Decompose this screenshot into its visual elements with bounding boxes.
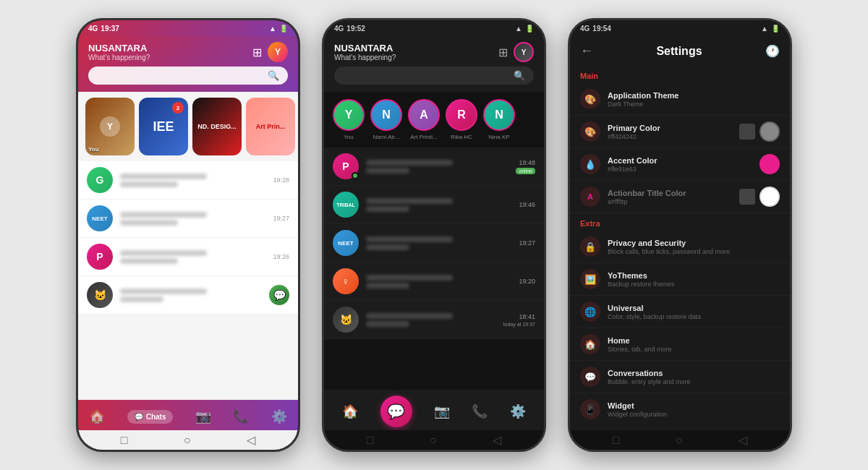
accent-color-toggle[interactable] [760, 154, 780, 174]
square-nav-2[interactable]: □ [367, 434, 374, 447]
story-card-0[interactable]: Y You [85, 98, 135, 155]
chat-avatar-0: G [87, 167, 113, 193]
accent-color-sub: #ffe91e63 [608, 166, 752, 173]
chat-item-3[interactable]: 🐱 💬 [78, 276, 298, 315]
settings-universal[interactable]: 🌐 Universal Color, style, backup restore… [570, 296, 790, 328]
actionbar-color-toggle[interactable] [760, 187, 780, 207]
screen-cast-icon-2[interactable]: ⊞ [498, 46, 508, 59]
settings-app-theme[interactable]: 🎨 Application Theme Dark Theme [570, 83, 790, 116]
dark-chat-2[interactable]: NEET 19:27 [324, 224, 544, 262]
chat-name-1 [120, 212, 207, 218]
story-card-1[interactable]: IEE 2 [139, 98, 188, 155]
primary-color-toggle[interactable] [760, 121, 780, 142]
chat-item-0[interactable]: G 19:28 [78, 161, 298, 200]
widget-sub: Widget configuration [608, 411, 780, 418]
chat-time-2: 19:26 [273, 253, 289, 260]
app-subtitle-1: What's happening? [88, 54, 150, 61]
story-wrap-you[interactable]: Y You [333, 99, 365, 140]
settings-accent-color[interactable]: 💧 Accent Color #ffe91e63 [570, 148, 790, 181]
theme-name: Application Theme [608, 91, 780, 100]
settings-content: Main 🎨 Application Theme Dark Theme 🎨 Pr… [570, 66, 790, 430]
back-nav-2[interactable]: ◁ [493, 433, 501, 447]
search-icon-1[interactable]: 🔍 [268, 70, 279, 81]
back-icon[interactable]: ← [580, 43, 593, 59]
story-wrap-nina[interactable]: N Nina KP [483, 99, 515, 140]
search-icon-2[interactable]: 🔍 [514, 70, 525, 81]
nav-chats-1[interactable]: 💬 Chats [122, 407, 179, 427]
story-wrap-nami[interactable]: N Nami Ab... [370, 99, 402, 140]
dark-time-2: 19:27 [519, 239, 535, 247]
time-display: 19:37 [101, 25, 119, 33]
chat-item-1[interactable]: NEET 19:27 [78, 200, 298, 238]
dark-chat-0[interactable]: P 19:48 online [324, 148, 544, 186]
dark-avatar-2: NEET [333, 230, 359, 256]
settings-actionbar-color[interactable]: A Actionbar Title Color a#fffttp [570, 181, 790, 213]
dark-time-3: 19:20 [519, 278, 535, 285]
dark-settings-icon[interactable]: ⚙️ [510, 403, 526, 419]
nav-home-1[interactable]: 🏠 [83, 406, 111, 427]
story-wrap-rika[interactable]: R Rika HC [446, 99, 477, 140]
story-badge: 2 [172, 102, 184, 114]
app-title-1: NUSANTARA [88, 43, 150, 54]
dark-fab[interactable]: 💬 [380, 396, 412, 427]
back-nav[interactable]: ◁ [247, 433, 255, 447]
chat-time-1: 19:27 [273, 215, 289, 222]
widget-icon: 📱 [580, 399, 600, 419]
settings-widget[interactable]: 📱 Widget Widget configuration [570, 393, 790, 425]
profile-avatar[interactable]: Y [268, 42, 288, 62]
actionbar-color-swatch[interactable] [739, 189, 755, 205]
section-main: Main [570, 66, 790, 83]
time-note-4: today at 19:37 [503, 322, 535, 327]
dark-phone-icon[interactable]: 📞 [472, 403, 488, 419]
screen-cast-icon[interactable]: ⊞ [252, 46, 262, 59]
nav-settings-1[interactable]: ⚙️ [265, 406, 293, 427]
nav-calls-1[interactable]: 📞 [227, 406, 255, 427]
home-icon: 🏠 [89, 409, 105, 424]
dark-chat-1[interactable]: TRIBAL 19:46 [324, 186, 544, 224]
privacy-name: Privacy and Security [608, 239, 780, 247]
nav-camera-1[interactable]: 📷 [190, 406, 217, 427]
back-nav-3[interactable]: ◁ [739, 433, 747, 447]
story-wrap-art[interactable]: A Art Printi... [408, 99, 440, 140]
chat-avatar-1: NEET [87, 205, 113, 231]
whatsapp-fab[interactable]: 💬 [269, 285, 289, 305]
conversations-icon: 💬 [580, 367, 600, 387]
settings-home[interactable]: 🏠 Home Stories, tab, and more [570, 328, 790, 361]
nav-buttons-3: □ ○ ◁ [570, 430, 790, 450]
universal-name: Universal [608, 304, 780, 312]
story-card-3[interactable]: Art Prin... [246, 98, 295, 155]
history-icon[interactable]: 🕐 [765, 44, 780, 58]
dark-chat-4[interactable]: 🐱 18:41 today at 19:37 [324, 301, 544, 339]
profile-avatar-2[interactable]: Y [514, 42, 534, 62]
app-subtitle-2: What's happening? [334, 54, 396, 61]
status-bar-1: 4G 19:37 ▲ 🔋 [78, 20, 298, 36]
square-nav[interactable]: □ [121, 434, 128, 447]
primary-color-name: Primary Color [608, 124, 732, 132]
chat-avatar-2: P [87, 244, 113, 270]
dark-chat-3[interactable]: ♀ 19:20 [324, 262, 544, 301]
search-bar-2[interactable]: 🔍 [334, 67, 534, 85]
primary-color-swatch[interactable] [739, 124, 755, 140]
chat-avatar-3: 🐱 [87, 282, 113, 308]
settings-primary-color[interactable]: 🎨 Primary Color #ff424242 [570, 116, 790, 148]
settings-themes[interactable]: 🖼️ YoThemes Backup restore themes [570, 263, 790, 296]
story-card-2[interactable]: ND. DESIG... [192, 98, 242, 155]
search-bar-1[interactable]: 🔍 [88, 67, 288, 85]
dark-camera-icon[interactable]: 📷 [434, 403, 450, 419]
nav-buttons-1: □ ○ ◁ [78, 430, 298, 450]
dark-home-icon[interactable]: 🏠 [342, 403, 358, 419]
signal-icon-2: 4G [334, 25, 344, 33]
chat-name-2 [120, 250, 207, 256]
chat-item-2[interactable]: P 19:26 [78, 238, 298, 276]
settings-conversations[interactable]: 💬 Conversations Bubble, entry style and … [570, 361, 790, 393]
settings-privacy[interactable]: 🔒 Privacy and Security Block calls, blue… [570, 231, 790, 263]
circle-nav-3[interactable]: ○ [676, 434, 683, 447]
app-header-1: NUSANTARA What's happening? ⊞ Y 🔍 [78, 36, 298, 92]
fab-icon: 💬 [387, 403, 405, 420]
dark-nav-2: 🏠 💬 📷 📞 ⚙️ [324, 390, 544, 430]
themes-sub: Backup restore themes [608, 281, 780, 288]
circle-nav-2[interactable]: ○ [430, 434, 437, 447]
square-nav-3[interactable]: □ [613, 434, 620, 447]
story-label-0: You [88, 146, 99, 153]
circle-nav[interactable]: ○ [184, 434, 191, 447]
